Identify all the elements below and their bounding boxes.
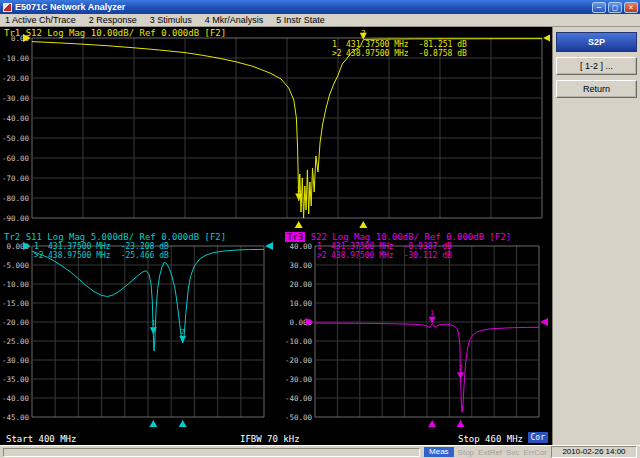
plot-s22[interactable]: Tr3 S22 Log Mag 10.00dB/ Ref 0.000dB [F2…: [283, 232, 549, 432]
svg-text:-30.00: -30.00: [2, 356, 29, 365]
window-title: E5071C Network Analyzer: [15, 2, 590, 12]
indicator-svc: Svc: [506, 448, 519, 457]
softkey-return-button[interactable]: Return: [556, 80, 637, 98]
svg-text:-10.00: -10.00: [285, 337, 313, 346]
menu-item-instr-state[interactable]: 5 Instr State: [276, 15, 325, 25]
plot-s12[interactable]: Tr1 S12 Log Mag 10.00dB/ Ref 0.000dB [F2…: [2, 28, 550, 230]
close-button[interactable]: ×: [624, 2, 638, 13]
svg-text:-80.00: -80.00: [2, 194, 29, 203]
svg-text:-40.00: -40.00: [2, 114, 29, 123]
svg-text:1: 1: [297, 186, 301, 194]
svg-text:-20.00: -20.00: [2, 74, 29, 83]
measurement-screen: Tr1 S12 Log Mag 10.00dB/ Ref 0.000dB [F2…: [0, 27, 552, 445]
svg-text:-30.00: -30.00: [2, 94, 29, 103]
trace3-header: Tr3 S22 Log Mag 10.00dB/ Ref 0.000dB [F2…: [285, 232, 511, 242]
svg-text:-60.00: -60.00: [2, 154, 29, 163]
trace3-descr: S22 Log Mag 10.00dB/ Ref 0.000dB [F2]: [311, 232, 511, 242]
trace3-active-chip: Tr3: [285, 232, 305, 242]
maximize-button[interactable]: □: [608, 2, 622, 13]
title-bar: E5071C Network Analyzer – □ ×: [0, 0, 640, 14]
svg-text:30.00: 30.00: [289, 261, 312, 270]
plot-s11[interactable]: Tr2 S11 Log Mag 5.000dB/ Ref 0.000dB [F2…: [2, 232, 274, 432]
marker-row: 1431.37500 MHz-23.208 dB: [34, 242, 169, 251]
svg-text:-45.00: -45.00: [2, 413, 29, 422]
minimize-button[interactable]: –: [592, 2, 606, 13]
svg-text:10.00: 10.00: [289, 299, 312, 308]
svg-text:2: 2: [458, 364, 462, 372]
menu-item-active-ch-trace[interactable]: 1 Active Ch/Trace: [5, 15, 76, 25]
measurement-status-badge: Meas: [424, 447, 454, 457]
s22-chart[interactable]: 40.0030.0020.0010.000.000-10.00-20.00-30…: [283, 232, 549, 436]
svg-text:-40.00: -40.00: [2, 394, 29, 403]
marker-row: >2438.97500 MHz-30.112 dB: [317, 251, 452, 260]
marker-row: 1431.37500 MHz-81.251 dB: [332, 40, 467, 49]
svg-text:-5.000: -5.000: [2, 261, 29, 270]
indicator-errcor: ErrCor: [523, 448, 547, 457]
trace3-marker-readout: 1431.37500 MHz-0.9387 dB >2438.97500 MHz…: [317, 242, 452, 260]
svg-text:-40.00: -40.00: [285, 394, 313, 403]
svg-text:-35.00: -35.00: [2, 375, 29, 384]
svg-text:-15.00: -15.00: [2, 299, 29, 308]
svg-text:20.00: 20.00: [289, 280, 312, 289]
svg-text:-50.00: -50.00: [2, 134, 29, 143]
status-bar: Meas Stop ExtRef Svc ErrCor 2010-02-26 1…: [0, 445, 640, 458]
marker-row: >2438.97500 MHz-0.8758 dB: [332, 49, 467, 58]
menu-bar: 1 Active Ch/Trace 2 Response 3 Stimulus …: [0, 14, 640, 27]
s11-chart[interactable]: 0.000-5.000-10.00-15.00-20.00-25.00-30.0…: [2, 232, 274, 436]
indicator-extref: ExtRef: [478, 448, 502, 457]
softkey-sidebar: S2P [ 1-2 ] ... Return: [552, 27, 640, 445]
datetime-display: 2010-02-26 14:00: [551, 446, 637, 458]
svg-text:-10.00: -10.00: [2, 280, 29, 289]
indicator-stop: Stop: [458, 448, 474, 457]
menu-item-stimulus[interactable]: 3 Stimulus: [150, 15, 192, 25]
softkey-port-pair-button[interactable]: [ 1-2 ] ...: [556, 57, 637, 75]
marker-row: 1431.37500 MHz-0.9387 dB: [317, 242, 452, 251]
svg-text:40.00: 40.00: [289, 242, 312, 251]
trace1-header: Tr1 S12 Log Mag 10.00dB/ Ref 0.000dB [F2…: [4, 28, 226, 38]
menu-item-mkr-analysis[interactable]: 4 Mkr/Analysis: [205, 15, 264, 25]
svg-text:-25.00: -25.00: [2, 337, 29, 346]
svg-text:2: 2: [181, 328, 185, 336]
menu-item-response[interactable]: 2 Response: [89, 15, 137, 25]
svg-text:-50.00: -50.00: [285, 413, 313, 422]
softkey-menu-title: S2P: [556, 32, 637, 52]
svg-text:-20.00: -20.00: [285, 356, 313, 365]
svg-text:-70.00: -70.00: [2, 174, 29, 183]
trace1-label: Tr1: [4, 28, 20, 38]
app-icon: [3, 3, 12, 12]
statusbar-message-panel: [3, 448, 420, 457]
s12-chart[interactable]: 0.00-10.00-20.00-30.00-40.00-50.00-60.00…: [2, 28, 550, 234]
svg-text:-20.00: -20.00: [2, 318, 29, 327]
trace2-header: Tr2 S11 Log Mag 5.000dB/ Ref 0.000dB [F2…: [4, 232, 226, 242]
svg-text:-10.00: -10.00: [2, 54, 29, 63]
svg-text:2: 2: [361, 29, 365, 37]
trace2-descr: S11 Log Mag 5.000dB/ Ref 0.000dB [F2]: [26, 232, 226, 242]
svg-text:1: 1: [151, 319, 155, 327]
trace2-marker-readout: 1431.37500 MHz-23.208 dB >2438.97500 MHz…: [34, 242, 169, 260]
svg-text:1: 1: [430, 309, 434, 317]
svg-text:-90.00: -90.00: [2, 214, 29, 223]
trace2-label: Tr2: [4, 232, 20, 242]
marker-row: >2438.97500 MHz-25.466 dB: [34, 251, 169, 260]
svg-text:-30.00: -30.00: [285, 375, 313, 384]
trace1-descr: S12 Log Mag 10.00dB/ Ref 0.000dB [F2]: [26, 28, 226, 38]
trace1-marker-readout: 1431.37500 MHz-81.251 dB >2438.97500 MHz…: [332, 40, 467, 58]
